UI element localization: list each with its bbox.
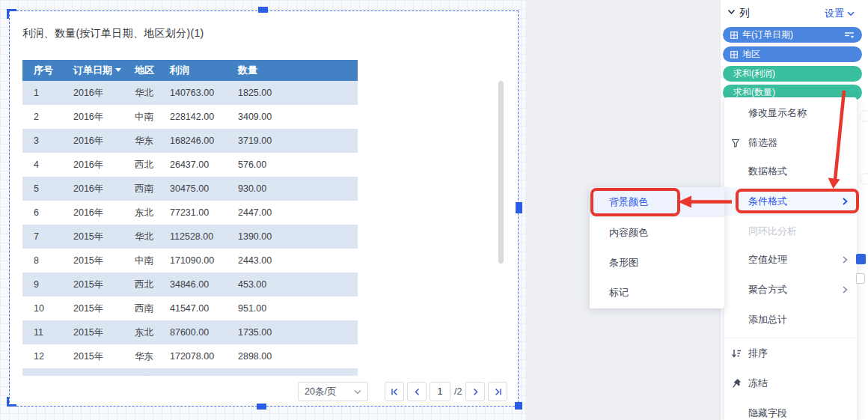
cell-serial: 8 — [22, 255, 62, 266]
clipped-panel-fragment — [860, 173, 868, 185]
cell-profit: 171090.00 — [159, 255, 227, 266]
submenu-item-mark[interactable]: 标记 — [590, 278, 724, 308]
menu-item-data-format[interactable]: 数据格式 — [724, 157, 857, 186]
cell-order-date: 2016年 — [62, 159, 123, 171]
cell-order-date: 2015年 — [62, 231, 123, 243]
submenu-item-bar-chart[interactable]: 条形图 — [590, 248, 724, 278]
menu-item-hide-field[interactable]: 隐藏字段 — [724, 399, 857, 420]
cell-quantity: 930.00 — [227, 183, 358, 194]
cell-serial: 9 — [22, 279, 62, 290]
grid-icon — [730, 31, 738, 39]
field-context-menu: 修改显示名称 筛选器 数据格式 条件格式 同环比分析 空值处理 聚合方式 — [724, 97, 857, 420]
cell-quantity: 951.00 — [227, 303, 358, 314]
table-row: 5 2016年 西南 30475.00 930.00 — [22, 177, 358, 201]
table-row: 11 2015年 东北 87600.00 1735.00 — [22, 320, 358, 344]
chevron-right-icon — [843, 256, 848, 264]
selection-corner-top-left[interactable] — [7, 9, 16, 19]
menu-item-aggregation[interactable]: 聚合方式 — [724, 276, 857, 304]
cell-serial: 5 — [22, 183, 62, 194]
column-section-label: 列 — [739, 7, 750, 20]
cell-region: 中南 — [123, 255, 159, 267]
cell-quantity: 3409.00 — [227, 112, 358, 122]
widget-title: 利润、数量(按订单日期、地区划分)(1) — [22, 27, 204, 40]
filter-icon — [731, 139, 740, 147]
submenu-item-content-color[interactable]: 内容颜色 — [590, 218, 724, 248]
chevron-down-icon[interactable] — [727, 9, 736, 15]
column-header-serial[interactable]: 序号 — [22, 64, 62, 77]
selection-handle-bottom-right[interactable] — [515, 402, 522, 410]
cell-serial: 13 — [22, 375, 62, 376]
cell-serial: 10 — [22, 303, 62, 314]
cell-order-date: 2015年 — [62, 302, 123, 315]
column-panel-header: 列 设置 — [720, 4, 868, 22]
field-pill-sum-profit[interactable]: 求和(利润) — [723, 66, 862, 82]
selection-handle-bottom[interactable] — [257, 404, 266, 410]
cell-region: 华北 — [123, 231, 159, 243]
table-row: 10 2015年 西南 41547.00 951.00 — [22, 296, 358, 320]
sort-desc-icon[interactable] — [844, 31, 855, 39]
menu-item-period-comparison: 同环比分析 — [724, 217, 857, 246]
cell-profit: 77231.00 — [159, 207, 227, 218]
cell-profit: 73231.00 — [159, 375, 227, 376]
field-pill-region[interactable]: 地区 — [723, 46, 862, 62]
cell-order-date: 2015年 — [62, 326, 123, 339]
menu-item-null-handling[interactable]: 空值处理 — [724, 246, 857, 274]
pin-icon — [731, 378, 742, 389]
table-row: 2 2016年 中南 228142.00 3409.00 — [22, 105, 358, 129]
selection-corner-bottom-left[interactable] — [7, 397, 16, 407]
page-number-input[interactable] — [430, 382, 450, 401]
cell-order-date: 2016年 — [62, 207, 123, 219]
grid-icon — [730, 51, 738, 58]
menu-item-freeze[interactable]: 冻结 — [724, 369, 857, 398]
first-page-button[interactable] — [385, 382, 404, 401]
cell-serial: 7 — [22, 231, 62, 242]
menu-item-filter[interactable]: 筛选器 — [724, 129, 857, 157]
menu-item-add-total[interactable]: 添加总计 — [724, 305, 857, 334]
cell-region: 中南 — [123, 111, 159, 124]
table-row: 8 2015年 中南 171090.00 2443.00 — [22, 249, 358, 273]
menu-item-sort[interactable]: 排序 — [724, 339, 857, 368]
cell-region: 华北 — [123, 374, 159, 377]
last-page-button[interactable] — [488, 382, 507, 401]
column-header-profit[interactable]: 利润 — [159, 64, 227, 77]
dashboard-edit-screen: 利润、数量(按订单日期、地区划分)(1) 序号 订单日期 地区 利润 数量 1 … — [0, 0, 868, 420]
table-scrollbar[interactable] — [498, 81, 504, 264]
cell-region: 东北 — [123, 207, 159, 219]
cell-profit: 34846.00 — [159, 279, 227, 290]
next-page-button[interactable] — [465, 382, 485, 401]
clipped-field-fragment — [856, 273, 865, 284]
field-pill-year-order-date[interactable]: 年(订单日期) — [723, 27, 862, 43]
page-size-select[interactable]: 20条/页 — [298, 382, 368, 401]
prev-page-button[interactable] — [407, 382, 427, 401]
cell-order-date: 2015年 — [62, 255, 123, 267]
column-header-region[interactable]: 地区 — [123, 64, 159, 77]
submenu-item-background-color[interactable]: 背景颜色 — [590, 187, 724, 217]
table-body: 1 2016年 华北 140763.00 1825.00 2 2016年 中南 … — [22, 81, 358, 376]
cell-profit: 168246.00 — [159, 136, 227, 146]
clipped-panel-fragment — [860, 110, 868, 122]
cell-quantity: 576.00 — [227, 159, 358, 170]
column-header-quantity[interactable]: 数量 — [227, 64, 358, 77]
cell-serial: 1 — [22, 88, 62, 98]
cell-quantity: 2898.00 — [227, 351, 358, 362]
settings-dropdown[interactable]: 设置 — [825, 7, 855, 20]
cell-region: 西南 — [123, 302, 159, 315]
cell-region: 华东 — [123, 350, 159, 363]
cell-profit: 228142.00 — [159, 112, 227, 122]
cell-region: 东北 — [123, 326, 159, 339]
selection-handle-right[interactable] — [516, 202, 522, 213]
cell-order-date: 2016年 — [62, 183, 123, 195]
cell-serial: 6 — [22, 207, 62, 218]
conditional-format-submenu: 背景颜色 内容颜色 条形图 标记 — [590, 187, 724, 308]
table-row: 9 2015年 西北 34846.00 453.00 — [22, 273, 358, 296]
cell-serial: 4 — [22, 159, 62, 170]
cell-region: 华东 — [123, 135, 159, 147]
column-header-order-date[interactable]: 订单日期 — [62, 64, 123, 77]
menu-divider — [724, 338, 857, 338]
menu-item-conditional-format[interactable]: 条件格式 — [724, 187, 857, 216]
selection-handle-top[interactable] — [258, 7, 268, 13]
table-header-row: 序号 订单日期 地区 利润 数量 — [22, 60, 358, 81]
cell-region: 西南 — [123, 183, 159, 195]
cell-quantity: 1825.00 — [227, 88, 358, 98]
menu-item-rename[interactable]: 修改显示名称 — [724, 99, 857, 127]
